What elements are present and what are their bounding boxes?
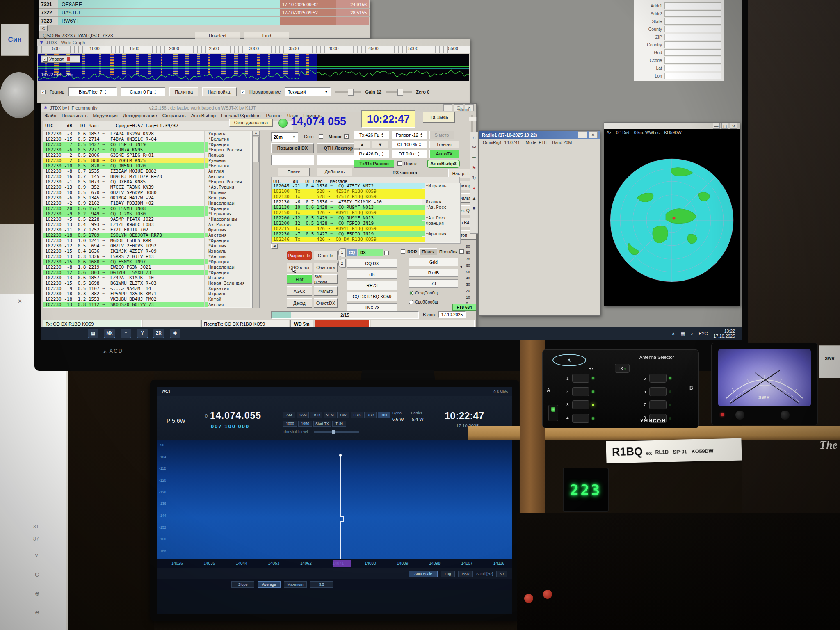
antenna-button[interactable]: 1 — [566, 373, 594, 384]
decode-row[interactable]: 102230 -12 0.5 694 ~ OH2LV 2E0DVS IO92 *… — [43, 243, 253, 249]
mode-button[interactable]: DIG — [378, 412, 390, 418]
box-icon[interactable]: ■ — [473, 205, 476, 210]
decode-row[interactable]: 102230 -13 0.9 352 ~ M7CCZ TA3NK KN39 *А… — [43, 185, 253, 190]
address-input[interactable] — [664, 2, 721, 9]
macro-message-button[interactable]: dB — [347, 270, 397, 279]
wide-graph-titlebar[interactable]: ✱ JTDX - Wide Graph — [37, 39, 470, 46]
rx-row[interactable]: 102130 -10 0.6 1428 ~ CQ RU9YF NO13 *Аз.… — [272, 205, 460, 210]
decode-row[interactable]: 102230 -2 0.9 2162 ~ F1BAY PD3JDM +02 Ни… — [43, 201, 253, 206]
decode-row[interactable]: 102230 -8 0.7 1535 ~ IZ3EAW M0JUE IO82 А… — [43, 169, 253, 174]
search-checkbox[interactable] — [397, 161, 402, 166]
qso-log-row[interactable]: 7322 UA9JTJ 17-10-2025 09:52 28,5155 — [39, 9, 370, 17]
rx-row[interactable]: 102045 -21 0.4 1636 ~ CQ 4Z5IY KM72 *Изр… — [272, 183, 460, 189]
auto-scale-button[interactable]: Auto Scale — [409, 571, 438, 577]
refresh-icon[interactable]: ↻ — [472, 176, 476, 181]
browser-icon[interactable]: ⊕ — [35, 590, 40, 597]
decode-row[interactable]: 102230 -13 0.3 1326 ~ F5RRS 2E0JIV +13 *… — [43, 254, 253, 259]
sozd-radio[interactable]: СоздСообщ — [409, 291, 438, 295]
decode-row[interactable]: 102230 -6 0.5 2277 ~ CQ RN7A KN95 *Европ… — [43, 147, 253, 153]
band-marker[interactable] — [333, 560, 351, 567]
mode-button[interactable]: LSB — [351, 412, 363, 418]
log-button[interactable]: Log — [441, 571, 455, 577]
tx-control-button[interactable]: SWL режим — [314, 274, 338, 284]
display-mode-chip[interactable]: Maximum — [284, 581, 307, 588]
sdr-control-chip[interactable]: 1000 — [283, 421, 297, 427]
tx-timer-button[interactable]: TX 15/45 — [423, 112, 455, 123]
flag-icon[interactable]: ⚑ — [472, 165, 476, 171]
bounds-checkbox[interactable]: ✓ — [41, 90, 46, 94]
address-input[interactable] — [664, 10, 721, 17]
menu-item[interactable]: Показывать — [62, 113, 87, 118]
dx-chip[interactable]: DX — [358, 249, 383, 256]
decode-row[interactable]: 102230 -10 0.5 828 ~ CQ ON5ND JO20 *Бель… — [43, 163, 253, 169]
close-button[interactable]: ✕ — [589, 131, 598, 138]
rx-row[interactable]: 102150 Tx 426 ~ RU9YF R1BQ KO59 — [272, 210, 460, 215]
start-freq-spinner[interactable]: Старт 0 Гц▲▼ — [121, 87, 165, 96]
map-titlebar[interactable]: —▢✕ — [604, 123, 740, 129]
band-select[interactable]: 20m▼ — [271, 132, 298, 142]
sdr-frequency[interactable]: 14.074.055 — [210, 410, 261, 421]
rrr-checkbox[interactable] — [401, 249, 405, 254]
address-input[interactable] — [664, 41, 721, 48]
decode-row[interactable]: 102230 -15 0.5 1698 ~ BG1WNU ZL3TX R-03 … — [43, 281, 253, 286]
taskbar-app-icon[interactable]: ✱ — [170, 329, 180, 338]
decode-row[interactable]: 102230 -8 1.8 2219 ~ EW2CQ PG3N JO21 Нид… — [43, 265, 253, 270]
decode-row[interactable]: 102230 2 0.5 2006 ~ G3SKE SP1EG R+01 Пол… — [43, 153, 253, 158]
taskbar-app-icon[interactable]: MX — [104, 329, 115, 338]
decode-row[interactable]: 102230 -18 1.2 1553 ~ VK3UBU BD4UJ PM02 … — [43, 297, 253, 302]
maximize-button[interactable]: ▢ — [721, 123, 728, 129]
seventy-three-button[interactable]: 73 — [409, 279, 458, 288]
search-call-button[interactable]: Поиск — [278, 168, 310, 176]
antenna-button[interactable]: 5 — [644, 373, 671, 384]
up-icon[interactable]: ▲ — [472, 196, 477, 201]
rx-row[interactable]: 102130 Tx 528 ~ 4Z5IY R1BQ KO59 — [272, 194, 460, 199]
minimize-button[interactable]: — — [713, 123, 720, 129]
tab-2[interactable]: 2 — [338, 259, 346, 268]
sdr-control-chip[interactable]: 1950 — [298, 421, 312, 427]
freq-up-button[interactable]: ▲ — [354, 141, 370, 148]
rx-row[interactable]: 102100 Tx 528 ~ 4Z5IY R1BQ KO59 — [272, 189, 460, 194]
meter-knob[interactable] — [735, 411, 744, 420]
tx-control-button[interactable]: Очистить — [314, 262, 338, 272]
mode-button[interactable]: NFM — [324, 412, 336, 418]
azimuthal-map[interactable] — [604, 136, 740, 300]
dial-frequency[interactable]: 14,074 055 — [291, 115, 346, 128]
decode-row[interactable]: 102230 -13 0.8 1112 ~ SK0HS/0 G0IYV 73 А… — [43, 302, 253, 307]
decode-row[interactable]: 102230 -1 0.5 1073 ~ CQ RX6DA KN85 *Евро… — [43, 179, 253, 185]
decode-row[interactable]: 102230 -12 0.6 803 ~ DG3YDE F5MXH 73 *Фр… — [43, 270, 253, 275]
cq-chip[interactable]: CQ — [347, 249, 357, 256]
tx-freq-spinner[interactable]: Tx 426 Гц▲▼ — [354, 131, 389, 139]
mail-icon[interactable]: ✉ — [472, 145, 476, 150]
mode-button[interactable]: CW — [337, 412, 349, 418]
bins-per-pixel-spinner[interactable]: Bins/Pixel 7▲▼ — [68, 87, 117, 96]
meter-knob[interactable] — [781, 411, 790, 420]
mode-button[interactable]: AM — [283, 412, 295, 418]
qso-log-row[interactable]: 7323 RW6YT — [39, 17, 370, 25]
macro-message-button[interactable]: RR73 — [347, 281, 397, 290]
waterfall[interactable]: ✓ Управл 10:22:30 20m — [38, 54, 469, 81]
radio1-titlebar[interactable]: Radio1 (17-10-2025 10:22) —✕ — [479, 131, 600, 139]
address-input[interactable] — [664, 65, 721, 71]
autoselect-button[interactable]: АвтоВыбр3 — [427, 160, 460, 168]
tray-clock[interactable]: 13:2217.10.2025 — [713, 329, 735, 338]
red-knob[interactable] — [543, 590, 552, 599]
menu-item[interactable]: Модуляция — [93, 113, 117, 118]
txrx-split-button[interactable]: Tx/Rx Разнос — [354, 160, 394, 168]
decode-row[interactable]: 102230 -9 0.5 1107 ~ <...> 9A4ZM -14 Хор… — [43, 286, 253, 291]
taskbar-app-icon[interactable]: ▤ — [88, 329, 98, 338]
spot-checkbox[interactable] — [319, 134, 323, 139]
tx-control-button[interactable]: QSO в лог — [287, 262, 312, 272]
psd-button[interactable]: PSD — [458, 571, 473, 577]
dx-call-button[interactable]: Позывной DX — [271, 143, 314, 153]
zero-slider[interactable] — [386, 91, 412, 93]
decode-list[interactable]: 102230 -3 0.6 1857 ~ LZ4PA US2YW KN28 Ук… — [43, 131, 253, 308]
menu-item[interactable]: Файл — [45, 113, 56, 118]
menu-item[interactable]: Декодирование — [123, 113, 157, 118]
menu-item[interactable]: АвтоВыбор — [191, 113, 216, 118]
macro-message-button[interactable]: TNX 73 — [347, 303, 397, 312]
sdr-waterfall[interactable]: -96-104-112-120-128-136-144-152-160-168 — [158, 440, 512, 559]
qth-locator-input[interactable] — [317, 155, 360, 165]
decode-row[interactable]: 102230 -3 0.6 1857 ~ LZ4PA US2YW KN28 Ук… — [43, 131, 253, 137]
address-input[interactable] — [664, 73, 721, 79]
macro-message-button[interactable]: CQ DX — [347, 259, 397, 268]
